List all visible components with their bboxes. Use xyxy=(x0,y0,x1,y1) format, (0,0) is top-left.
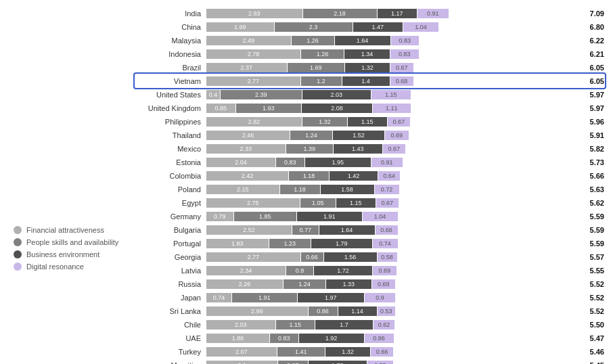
bar-row: Germany 0.79 1.85 1.91 1.04 5.59 xyxy=(135,210,604,223)
country-label: Portugal xyxy=(135,240,206,248)
digital-bar: 0.83 xyxy=(391,36,420,45)
people-bar: 1.32 xyxy=(302,117,347,127)
total-label: 6.21 xyxy=(579,50,604,58)
total-label: 5.47 xyxy=(579,334,604,342)
bar-row: Russia 2.26 1.24 1.33 0.69 5.52 xyxy=(135,277,604,290)
legend-label: People skills and availability xyxy=(26,238,118,246)
digital-bar: 0.9 xyxy=(365,293,395,302)
total-label: 5.55 xyxy=(579,267,604,275)
bar-row: Mauritius 2.1 0.87 1.73 0.75 5.45 xyxy=(135,359,604,364)
digital-bar: 0.66 xyxy=(376,225,398,235)
bar-row: Latvia 2.34 0.8 1.72 0.69 5.55 xyxy=(135,264,604,277)
bars: 2.03 1.15 1.7 0.62 xyxy=(206,320,576,329)
total-label: 6.05 xyxy=(579,77,604,85)
financial-bar: 0.4 xyxy=(206,90,220,99)
financial-bar: 2.03 xyxy=(206,320,275,329)
people-bar: 1.2 xyxy=(301,76,342,86)
financial-bar: 2.46 xyxy=(206,131,290,140)
digital-bar: 0.69 xyxy=(372,279,396,289)
digital-bar: 0.62 xyxy=(374,320,394,329)
bars: 2.33 1.39 1.43 0.67 xyxy=(206,144,576,154)
country-label: Latvia xyxy=(135,267,206,275)
legend-item: Business environment xyxy=(14,250,135,258)
bars: 0.79 1.85 1.91 1.04 xyxy=(206,212,576,221)
country-label: Poland xyxy=(135,185,206,194)
financial-bar: 2.77 xyxy=(206,252,300,262)
digital-bar: 1.04 xyxy=(363,212,398,221)
country-label: Estonia xyxy=(135,158,206,166)
country-label: Colombia xyxy=(135,172,206,180)
legend-dot xyxy=(14,263,22,271)
bars: 1.83 1.23 1.79 0.74 xyxy=(206,239,576,248)
country-label: China xyxy=(135,23,206,31)
financial-bar: 2.99 xyxy=(206,306,308,316)
people-bar: 0.77 xyxy=(292,225,319,235)
digital-bar: 1.04 xyxy=(403,22,438,32)
financial-bar: 2.49 xyxy=(206,36,291,45)
people-bar: 0.83 xyxy=(276,158,304,167)
financial-bar: 2.1 xyxy=(206,361,277,365)
bar-row: Sri Lanka 2.99 0.86 1.14 0.53 5.52 xyxy=(135,304,604,317)
country-label: Brazil xyxy=(135,64,206,72)
total-label: 7.09 xyxy=(579,9,604,18)
business-bar: 1.95 xyxy=(305,158,371,167)
country-label: Philippines xyxy=(135,118,206,126)
total-label: 5.59 xyxy=(579,226,604,234)
business-bar: 1.4 xyxy=(342,76,390,86)
financial-bar: 2.83 xyxy=(206,9,302,18)
chart-area: India 2.83 2.18 1.17 0.91 7.09 China 1.9… xyxy=(135,7,604,364)
business-bar: 1.7 xyxy=(315,320,373,329)
people-bar: 0.8 xyxy=(286,266,313,275)
bar-row: Turkey 2.07 1.41 1.32 0.66 5.46 xyxy=(135,345,604,358)
total-label: 5.97 xyxy=(579,104,604,112)
digital-bar: 1.15 xyxy=(371,90,411,99)
financial-bar: 2.78 xyxy=(206,49,300,59)
digital-bar: 0.69 xyxy=(373,266,397,275)
bars: 2.34 0.8 1.72 0.69 xyxy=(206,266,576,275)
digital-bar: 0.91 xyxy=(371,158,403,167)
country-label: Sri Lanka xyxy=(135,307,206,315)
country-label: Mexico xyxy=(135,145,206,153)
country-label: Georgia xyxy=(135,253,206,261)
total-label: 5.52 xyxy=(579,294,604,302)
bars: 2.26 1.24 1.33 0.69 xyxy=(206,279,576,289)
bars: 2.07 1.41 1.32 0.66 xyxy=(206,347,576,357)
digital-bar: 0.86 xyxy=(365,334,394,343)
total-label: 6.05 xyxy=(579,64,604,72)
total-label: 5.59 xyxy=(579,240,604,248)
bars: 2.83 2.18 1.17 0.91 xyxy=(206,9,576,18)
total-label: 5.97 xyxy=(579,91,604,99)
business-bar: 1.15 xyxy=(336,198,376,208)
bars: 0.74 1.91 1.97 0.9 xyxy=(206,293,576,302)
people-bar: 1.18 xyxy=(280,185,320,194)
business-bar: 1.34 xyxy=(344,49,390,59)
bar-row: Chile 2.03 1.15 1.7 0.62 5.50 xyxy=(135,318,604,331)
bars: 0.4 2.39 2.03 1.15 xyxy=(206,90,576,99)
country-label: Egypt xyxy=(135,199,206,207)
bars: 0.85 1.93 2.08 1.11 xyxy=(206,104,576,113)
total-label: 6.80 xyxy=(579,23,604,31)
digital-bar: 0.68 xyxy=(390,76,413,86)
financial-bar: 2.77 xyxy=(206,76,300,86)
financial-bar: 2.07 xyxy=(206,347,277,357)
financial-bar: 2.04 xyxy=(206,158,275,167)
bars: 2.46 1.24 1.52 0.69 xyxy=(206,131,576,140)
bar-row: Philippines 2.82 1.32 1.15 0.67 5.96 xyxy=(135,115,604,128)
bar-row: Brazil 2.37 1.69 1.32 0.67 6.05 xyxy=(135,61,604,74)
digital-bar: 0.58 xyxy=(378,252,397,262)
bars: 2.77 1.2 1.4 0.68 xyxy=(206,76,576,86)
digital-bar: 0.83 xyxy=(390,49,419,59)
financial-bar: 2.42 xyxy=(206,171,288,181)
digital-bar: 0.53 xyxy=(378,306,396,316)
bars: 2.77 0.66 1.56 0.58 xyxy=(206,252,576,262)
people-bar: 2.39 xyxy=(221,90,302,99)
people-bar: 0.66 xyxy=(301,252,323,262)
bars: 2.42 1.18 1.42 0.64 xyxy=(206,171,576,181)
legend-area: Financial attractiveness People skills a… xyxy=(0,7,135,364)
business-bar: 1.73 xyxy=(309,361,367,365)
bar-row: Vietnam 2.77 1.2 1.4 0.68 6.05 xyxy=(135,74,604,87)
business-bar: 1.15 xyxy=(348,117,387,127)
total-label: 5.73 xyxy=(579,158,604,166)
people-bar: 1.18 xyxy=(289,171,329,181)
country-label: Bulgaria xyxy=(135,226,206,234)
